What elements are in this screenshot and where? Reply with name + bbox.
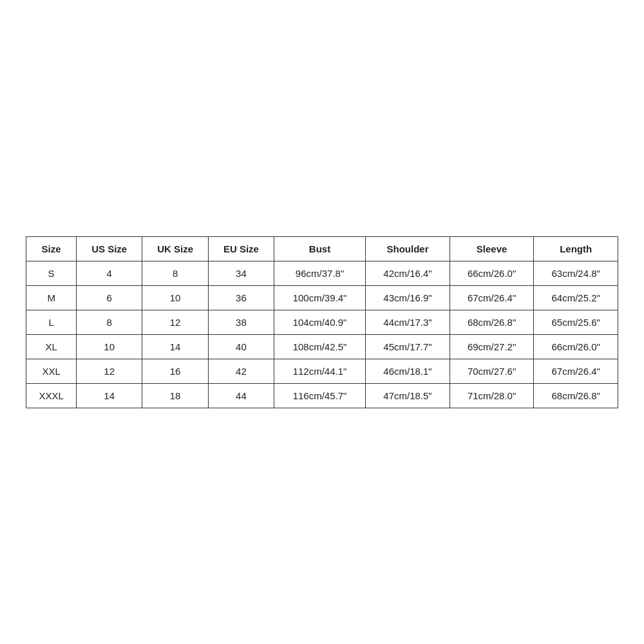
cell-sleeve: 70cm/27.6" — [450, 359, 534, 383]
cell-eu_size: 44 — [209, 383, 274, 408]
cell-eu_size: 34 — [209, 261, 274, 285]
cell-sleeve: 68cm/26.8" — [450, 310, 534, 334]
size-chart-table: Size US Size UK Size EU Size Bust Should… — [26, 236, 618, 408]
cell-length: 68cm/26.8" — [534, 383, 618, 408]
header-length: Length — [534, 236, 618, 261]
cell-uk_size: 12 — [142, 310, 209, 334]
header-bust: Bust — [274, 236, 365, 261]
cell-us_size: 14 — [77, 383, 142, 408]
cell-uk_size: 14 — [142, 334, 209, 359]
header-size: Size — [26, 236, 77, 261]
cell-us_size: 4 — [77, 261, 142, 285]
table-row: XXL121642112cm/44.1"46cm/18.1"70cm/27.6"… — [26, 359, 618, 383]
table-row: M61036100cm/39.4"43cm/16.9"67cm/26.4"64c… — [26, 285, 618, 310]
cell-shoulder: 46cm/18.1" — [366, 359, 450, 383]
cell-length: 67cm/26.4" — [534, 359, 618, 383]
cell-sleeve: 67cm/26.4" — [450, 285, 534, 310]
header-uk-size: UK Size — [142, 236, 209, 261]
cell-bust: 96cm/37.8" — [274, 261, 365, 285]
cell-us_size: 12 — [77, 359, 142, 383]
cell-shoulder: 42cm/16.4" — [366, 261, 450, 285]
cell-sleeve: 69cm/27.2" — [450, 334, 534, 359]
header-eu-size: EU Size — [209, 236, 274, 261]
cell-uk_size: 16 — [142, 359, 209, 383]
table-row: XXXL141844116cm/45.7"47cm/18.5"71cm/28.0… — [26, 383, 618, 408]
cell-eu_size: 36 — [209, 285, 274, 310]
cell-uk_size: 18 — [142, 383, 209, 408]
size-chart-container: Size US Size UK Size EU Size Bust Should… — [26, 236, 618, 408]
cell-sleeve: 66cm/26.0" — [450, 261, 534, 285]
cell-length: 63cm/24.8" — [534, 261, 618, 285]
cell-shoulder: 47cm/18.5" — [366, 383, 450, 408]
table-header-row: Size US Size UK Size EU Size Bust Should… — [26, 236, 618, 261]
cell-size: S — [26, 261, 77, 285]
cell-size: XXL — [26, 359, 77, 383]
cell-eu_size: 40 — [209, 334, 274, 359]
cell-bust: 104cm/40.9" — [274, 310, 365, 334]
cell-uk_size: 10 — [142, 285, 209, 310]
table-row: S483496cm/37.8"42cm/16.4"66cm/26.0"63cm/… — [26, 261, 618, 285]
cell-eu_size: 42 — [209, 359, 274, 383]
cell-length: 65cm/25.6" — [534, 310, 618, 334]
table-row: L81238104cm/40.9"44cm/17.3"68cm/26.8"65c… — [26, 310, 618, 334]
cell-sleeve: 71cm/28.0" — [450, 383, 534, 408]
cell-us_size: 8 — [77, 310, 142, 334]
cell-bust: 108cm/42.5" — [274, 334, 365, 359]
cell-bust: 100cm/39.4" — [274, 285, 365, 310]
cell-size: M — [26, 285, 77, 310]
cell-size: XXXL — [26, 383, 77, 408]
cell-shoulder: 43cm/16.9" — [366, 285, 450, 310]
cell-us_size: 10 — [77, 334, 142, 359]
header-us-size: US Size — [77, 236, 142, 261]
cell-length: 66cm/26.0" — [534, 334, 618, 359]
cell-length: 64cm/25.2" — [534, 285, 618, 310]
cell-bust: 112cm/44.1" — [274, 359, 365, 383]
cell-bust: 116cm/45.7" — [274, 383, 365, 408]
cell-size: L — [26, 310, 77, 334]
cell-uk_size: 8 — [142, 261, 209, 285]
cell-us_size: 6 — [77, 285, 142, 310]
cell-shoulder: 45cm/17.7" — [366, 334, 450, 359]
header-shoulder: Shoulder — [366, 236, 450, 261]
cell-eu_size: 38 — [209, 310, 274, 334]
cell-size: XL — [26, 334, 77, 359]
header-sleeve: Sleeve — [450, 236, 534, 261]
table-row: XL101440108cm/42.5"45cm/17.7"69cm/27.2"6… — [26, 334, 618, 359]
cell-shoulder: 44cm/17.3" — [366, 310, 450, 334]
